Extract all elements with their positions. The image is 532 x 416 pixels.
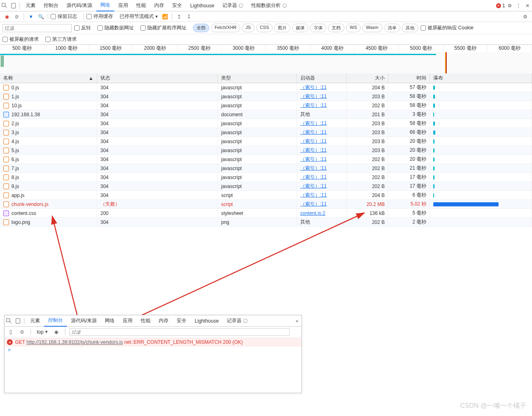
pill-图片[interactable]: 图片 — [274, 24, 290, 32]
tab-内存[interactable]: 内存 — [150, 0, 168, 11]
col-type[interactable]: 类型 — [218, 73, 297, 83]
pill-清单[interactable]: 清单 — [384, 24, 400, 32]
error-badge[interactable]: ✕1 — [496, 3, 505, 9]
clear-icon[interactable]: ⊘ — [12, 12, 21, 21]
invert-checkbox[interactable]: 反转 — [74, 24, 91, 31]
pill-文档[interactable]: 文档 — [328, 24, 344, 32]
table-row[interactable]: 5.js304javascript（索引）:11203 B20 毫秒 — [0, 146, 532, 155]
console-clear-icon[interactable]: ⊘ — [18, 327, 27, 336]
tab-性能数据分析[interactable]: 性能数据分析⬡ — [247, 0, 291, 11]
initiator-link[interactable]: （索引）:11 — [300, 174, 327, 181]
table-row[interactable]: 3.js304javascript（索引）:11203 B66 毫秒 — [0, 128, 532, 137]
col-status[interactable]: 状态 — [97, 73, 218, 83]
upload-icon[interactable]: ↥ — [175, 12, 184, 21]
timeline-overview[interactable]: 500 毫秒1000 毫秒1500 毫秒2000 毫秒2500 毫秒3000 毫… — [0, 45, 532, 73]
pill-JS[interactable]: JS — [242, 24, 255, 32]
tab-性能[interactable]: 性能 — [132, 0, 150, 11]
filter-input[interactable] — [2, 24, 72, 32]
wifi-icon[interactable]: 📶 — [160, 12, 169, 21]
console-tab-安全[interactable]: 安全 — [173, 315, 191, 327]
initiator-link[interactable]: （索引）:11 — [300, 120, 327, 127]
col-time[interactable]: 时间 — [388, 73, 430, 83]
eye-icon[interactable]: ◉ — [52, 327, 61, 336]
device-icon[interactable] — [13, 316, 22, 325]
record-icon[interactable]: ◉ — [2, 12, 11, 21]
console-sidebar-icon[interactable]: ▯ — [6, 327, 15, 336]
console-tab-网络[interactable]: 网络 — [101, 315, 119, 327]
console-tab-元素[interactable]: 元素 — [26, 315, 44, 327]
console-tab-应用[interactable]: 应用 — [119, 315, 137, 327]
table-row[interactable]: 2.js304javascript（索引）:11203 B58 毫秒 — [0, 119, 532, 128]
console-tab-内存[interactable]: 内存 — [155, 315, 173, 327]
tab-元素[interactable]: 元素 — [22, 0, 40, 11]
filter-icon[interactable]: ▼ — [27, 12, 35, 21]
more-icon[interactable]: ⋮ — [514, 1, 523, 10]
table-row[interactable]: logo.png304png其他202 B2 毫秒 — [0, 218, 532, 227]
inspect-icon[interactable] — [4, 316, 13, 325]
table-row[interactable]: 1.js304javascript（索引）:11203 B58 毫秒 — [0, 92, 532, 101]
close-icon[interactable]: ✕ — [523, 1, 532, 10]
initiator-link[interactable]: content.js:2 — [300, 210, 325, 216]
console-tab-Lighthouse[interactable]: Lighthouse — [191, 315, 223, 327]
table-row[interactable]: content.css200stylesheetcontent.js:2136 … — [0, 209, 532, 218]
col-name[interactable]: 名称▲ — [0, 73, 97, 83]
scope-select[interactable]: top ▾ — [35, 328, 49, 336]
table-row[interactable]: 192.168.1.38304document其他201 B3 毫秒 — [0, 110, 532, 119]
pill-CSS[interactable]: CSS — [256, 24, 273, 32]
console-prompt[interactable]: > — [4, 346, 301, 354]
tab-网络[interactable]: 网络 — [96, 0, 114, 11]
console-filter-input[interactable] — [69, 328, 290, 336]
blocked-cookie-checkbox[interactable]: 被屏蔽的响应 Cookie — [421, 24, 474, 31]
initiator-link[interactable]: （索引）:11 — [300, 102, 327, 109]
tab-记录器[interactable]: 记录器⬡ — [218, 0, 247, 11]
throttle-select[interactable]: 已停用节流模式 ▾ — [118, 12, 160, 21]
initiator-link[interactable]: （索引）:11 — [300, 165, 327, 172]
col-initiator[interactable]: 启动器 — [297, 73, 347, 83]
console-tab-控制台[interactable]: 控制台 — [44, 315, 67, 327]
tab-源代码/来源[interactable]: 源代码/来源 — [62, 0, 96, 11]
console-tab-性能[interactable]: 性能 — [137, 315, 155, 327]
pill-全部[interactable]: 全部 — [193, 24, 209, 32]
search-icon[interactable]: 🔍 — [36, 12, 45, 21]
error-url[interactable]: http://192.168.1.38:8102/js/chunk-vendor… — [27, 339, 123, 345]
inspect-icon[interactable] — [0, 1, 9, 10]
preserve-log-checkbox[interactable]: 保留日志 — [51, 13, 77, 20]
table-row[interactable]: 4.js304javascript（索引）:11203 B20 毫秒 — [0, 137, 532, 146]
pill-WS[interactable]: WS — [346, 24, 361, 32]
tab-Lighthouse[interactable]: Lighthouse — [186, 0, 218, 11]
expand-icon[interactable]: » — [293, 316, 301, 325]
console-tab-记录器[interactable]: 记录器⬡ — [223, 315, 252, 327]
pill-其他[interactable]: 其他 — [402, 24, 418, 32]
initiator-link[interactable]: （索引）:11 — [300, 93, 327, 100]
tab-应用[interactable]: 应用 — [114, 0, 132, 11]
tab-控制台[interactable]: 控制台 — [40, 0, 62, 11]
console-error-line[interactable]: ✕ GET http://192.168.1.38:8102/js/chunk-… — [4, 338, 301, 346]
initiator-link[interactable]: （索引）:11 — [300, 147, 327, 154]
settings-icon[interactable]: ⚙ — [505, 1, 514, 10]
initiator-link[interactable]: （索引）:11 — [300, 156, 327, 163]
initiator-link[interactable]: （索引）:11 — [300, 138, 327, 145]
blocked-req-checkbox[interactable]: 被屏蔽的请求 — [2, 36, 39, 43]
console-tab-源代码/来源[interactable]: 源代码/来源 — [67, 315, 101, 327]
hide-data-urls-checkbox[interactable]: 隐藏数据网址 — [98, 24, 134, 31]
download-icon[interactable]: ↧ — [184, 12, 193, 21]
table-row[interactable]: 8.js304javascript（索引）:11202 B17 毫秒 — [0, 173, 532, 182]
initiator-link[interactable]: （索引）:11 — [300, 183, 327, 190]
initiator-link[interactable]: （索引）:11 — [300, 129, 327, 136]
pill-媒体[interactable]: 媒体 — [292, 24, 308, 32]
pill-字体[interactable]: 字体 — [310, 24, 326, 32]
table-row[interactable]: 6.js304javascript（索引）:11202 B20 毫秒 — [0, 155, 532, 164]
col-size[interactable]: 大小 — [347, 73, 388, 83]
device-icon[interactable] — [9, 1, 18, 10]
third-party-checkbox[interactable]: 第三方请求 — [45, 36, 77, 43]
settings-gear-icon[interactable]: ⚙ — [521, 12, 530, 21]
table-row[interactable]: app.js304script（索引）:11204 B6 毫秒 — [0, 191, 532, 200]
disable-cache-checkbox[interactable]: 停用缓存 — [86, 13, 113, 20]
table-row[interactable]: chunk-vendors.js（失败）script（索引）:1120.2 MB… — [0, 200, 532, 209]
table-row[interactable]: 7.js304javascript（索引）:11202 B21 毫秒 — [0, 164, 532, 173]
col-waterfall[interactable]: 瀑布 — [430, 73, 532, 83]
pill-Wasm[interactable]: Wasm — [362, 24, 382, 32]
tab-安全[interactable]: 安全 — [168, 0, 186, 11]
initiator-link[interactable]: （索引）:11 — [300, 192, 327, 199]
pill-Fetch/XHR[interactable]: Fetch/XHR — [211, 24, 240, 32]
